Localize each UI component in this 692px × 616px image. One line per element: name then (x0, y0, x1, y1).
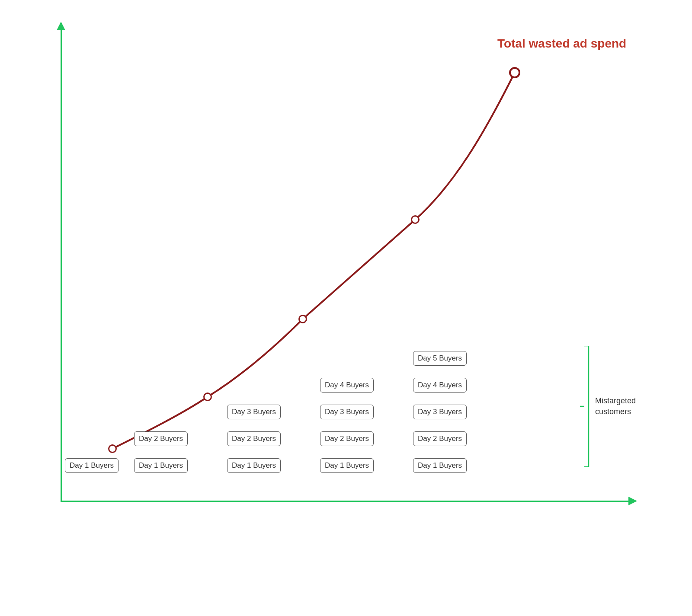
mistargeted-label: Mistargetedcustomers (595, 396, 636, 417)
buyer-box-col3-day2: Day 2 Buyers (227, 431, 281, 446)
chart-container: Total wasted ad spend Day 1 Buyers Day 1… (26, 17, 657, 597)
buyer-box-col2-day2: Day 2 Buyers (134, 431, 188, 446)
buyer-box-col4-day1: Day 1 Buyers (320, 458, 374, 473)
buyer-box-col5-day3: Day 3 Buyers (413, 405, 467, 419)
data-point-4 (411, 215, 420, 224)
buyer-box-col4-day3: Day 3 Buyers (320, 405, 374, 419)
data-point-3 (298, 315, 307, 323)
data-point-1 (108, 444, 117, 453)
data-point-2 (203, 393, 212, 401)
data-point-5 (509, 67, 520, 78)
buyer-box-col5-day2: Day 2 Buyers (413, 431, 467, 446)
buyer-box-col5-day4: Day 4 Buyers (413, 378, 467, 393)
mistargeted-bracket-container: Mistargetedcustomers (578, 346, 636, 467)
total-wasted-label: Total wasted ad spend (497, 35, 626, 52)
buyer-box-col4-day4: Day 4 Buyers (320, 378, 374, 393)
buyer-box-col5-day1: Day 1 Buyers (413, 458, 467, 473)
bracket-icon (578, 346, 591, 467)
buyer-box-col5-day5: Day 5 Buyers (413, 351, 467, 366)
buyer-box-col3-day1: Day 1 Buyers (227, 458, 281, 473)
wasted-spend-curve (26, 17, 657, 597)
buyer-box-col1-day1: Day 1 Buyers (65, 458, 119, 473)
buyer-box-col3-day3: Day 3 Buyers (227, 405, 281, 419)
buyer-box-col4-day2: Day 2 Buyers (320, 431, 374, 446)
buyer-box-col2-day1: Day 1 Buyers (134, 458, 188, 473)
